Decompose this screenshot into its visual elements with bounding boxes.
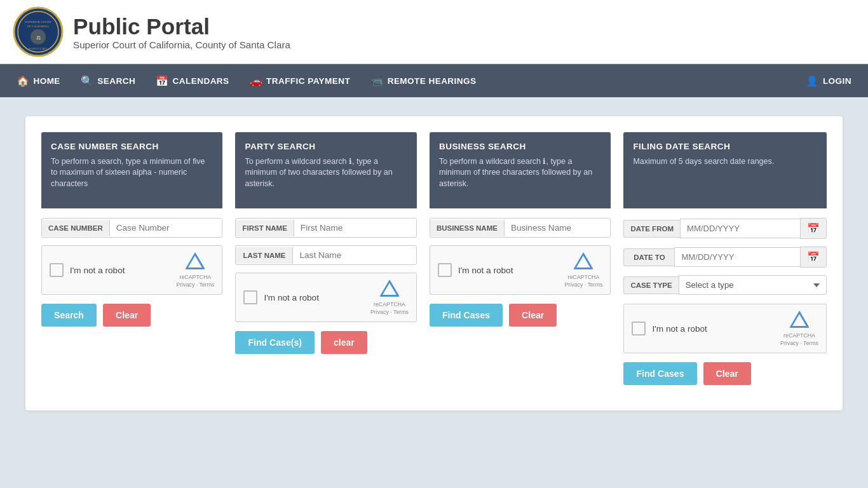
recaptcha-checkbox[interactable]	[50, 263, 64, 277]
party-search-desc: To perform a wildcard search ℹ, type a m…	[245, 156, 407, 189]
business-find-button[interactable]: Find Cases	[430, 304, 503, 327]
business-search-card: BUSINESS SEARCH To perform a wildcard se…	[430, 132, 611, 395]
recaptcha-logo: reCAPTCHA Privacy · Terms	[177, 252, 215, 288]
filing-date-body: DATE FROM 📅 DATE TO 📅 CASE TYPE Select a…	[623, 208, 827, 395]
nav-home-label: HOME	[33, 76, 60, 86]
case-number-header: CASE NUMBER SEARCH To perform a search, …	[41, 132, 222, 208]
case-number-input[interactable]	[110, 219, 222, 237]
date-from-label: DATE FROM	[623, 220, 680, 238]
business-clear-button[interactable]: Clear	[509, 304, 557, 327]
recaptcha-label: I'm not a robot	[70, 266, 170, 275]
portal-subtitle: Superior Court of California, County of …	[73, 39, 290, 50]
last-name-label: LAST NAME	[236, 247, 293, 264]
party-search-body: FIRST NAME LAST NAME I'm not a robot	[235, 208, 416, 363]
case-number-search-button[interactable]: Search	[41, 304, 97, 327]
nav-login[interactable]: 👤 LOGIN	[796, 64, 862, 97]
svg-text:⚖: ⚖	[36, 35, 41, 41]
calendar-icon: 📅	[156, 75, 168, 87]
car-icon: 🚗	[250, 75, 262, 87]
filing-date-desc: Maximum of 5 days search date ranges.	[633, 156, 817, 167]
filing-recaptcha-logo: reCAPTCHA Privacy · Terms	[780, 311, 818, 346]
case-number-clear-button[interactable]: Clear	[103, 304, 151, 327]
nav-search-label: SEARCH	[97, 76, 135, 86]
video-icon: 📹	[370, 75, 383, 87]
first-name-input[interactable]	[294, 219, 416, 237]
party-recaptcha-checkbox[interactable]	[243, 290, 257, 304]
filing-recaptcha-checkbox[interactable]	[632, 322, 646, 336]
business-recaptcha: I'm not a robot reCAPTCHA Privacy · Term…	[430, 245, 611, 295]
date-to-label: DATE TO	[623, 248, 674, 266]
search-grid: CASE NUMBER SEARCH To perform a search, …	[25, 116, 843, 410]
filing-recaptcha-label: I'm not a robot	[652, 324, 774, 334]
case-type-row: CASE TYPE Select a type Civil Criminal F…	[623, 275, 827, 295]
first-name-field-row: FIRST NAME	[235, 218, 416, 238]
business-name-label: BUSINESS NAME	[430, 220, 505, 236]
svg-text:OF CALIFORNIA: OF CALIFORNIA	[27, 25, 50, 28]
date-to-row: DATE TO 📅	[623, 247, 827, 268]
party-search-header: PARTY SEARCH To perform a wildcard searc…	[235, 132, 416, 208]
filing-clear-button[interactable]: Clear	[703, 362, 751, 385]
date-to-input[interactable]	[674, 247, 800, 267]
header: SUPERIOR COURT OF CALIFORNIA ⚖ SANTA CLA…	[0, 0, 868, 64]
case-number-card: CASE NUMBER SEARCH To perform a search, …	[41, 132, 222, 395]
date-to-calendar-button[interactable]: 📅	[800, 247, 827, 268]
case-number-title: CASE NUMBER SEARCH	[51, 142, 213, 151]
nav-hearings[interactable]: 📹 REMOTE HEARINGS	[360, 64, 486, 97]
party-search-card: PARTY SEARCH To perform a wildcard searc…	[235, 132, 416, 395]
filing-date-title: FILING DATE SEARCH	[633, 142, 817, 151]
case-type-label: CASE TYPE	[623, 276, 678, 294]
party-btn-row: Find Case(s) clear	[235, 331, 416, 354]
party-search-title: PARTY SEARCH	[245, 142, 407, 151]
case-number-recaptcha: I'm not a robot reCAPTCHA Privacy · Term…	[41, 245, 222, 295]
date-from-input[interactable]	[680, 219, 800, 238]
business-search-body: BUSINESS NAME I'm not a robot reCAPTCHA …	[430, 208, 611, 336]
party-clear-button[interactable]: clear	[321, 331, 367, 354]
nav-traffic[interactable]: 🚗 TRAFFIC PAYMENT	[240, 64, 361, 97]
svg-text:SUPERIOR COURT: SUPERIOR COURT	[25, 20, 51, 24]
business-name-input[interactable]	[505, 219, 610, 237]
last-name-field-row: LAST NAME	[235, 245, 416, 265]
business-recaptcha-label: I'm not a robot	[458, 266, 559, 275]
search-icon: 🔍	[81, 75, 93, 87]
nav-traffic-label: TRAFFIC PAYMENT	[266, 76, 350, 86]
party-recaptcha: I'm not a robot reCAPTCHA Privacy · Term…	[235, 273, 416, 322]
case-number-desc: To perform a search, type a minimum of f…	[51, 156, 213, 189]
filing-btn-row: Find Cases Clear	[623, 362, 827, 385]
filing-date-card: FILING DATE SEARCH Maximum of 5 days sea…	[623, 132, 827, 395]
case-number-field-row: CASE NUMBER	[41, 218, 222, 238]
nav-calendars[interactable]: 📅 CALENDARS	[146, 64, 239, 97]
party-recaptcha-label: I'm not a robot	[264, 293, 364, 302]
nav-hearings-label: REMOTE HEARINGS	[388, 76, 477, 86]
party-find-button[interactable]: Find Case(s)	[235, 331, 314, 354]
business-search-desc: To perform a wildcard search ℹ, type a m…	[439, 156, 601, 189]
case-number-btn-row: Search Clear	[41, 304, 222, 327]
navigation: 🏠 HOME 🔍 SEARCH 📅 CALENDARS 🚗 TRAFFIC PA…	[0, 64, 868, 97]
nav-home[interactable]: 🏠 HOME	[6, 64, 71, 97]
nav-search[interactable]: 🔍 SEARCH	[71, 64, 146, 97]
date-from-calendar-button[interactable]: 📅	[800, 218, 827, 239]
last-name-input[interactable]	[293, 246, 416, 264]
nav-login-label: LOGIN	[823, 76, 851, 86]
portal-title: Public Portal	[73, 14, 290, 39]
case-number-body: CASE NUMBER I'm not a robot reCAPTCHA Pr…	[41, 208, 222, 336]
case-number-label: CASE NUMBER	[42, 220, 110, 236]
nav-calendars-label: CALENDARS	[173, 76, 229, 86]
case-type-select[interactable]: Select a type Civil Criminal Family Prob…	[679, 275, 827, 295]
filing-recaptcha: I'm not a robot reCAPTCHA Privacy · Term…	[623, 304, 827, 353]
business-name-field-row: BUSINESS NAME	[430, 218, 611, 238]
date-from-row: DATE FROM 📅	[623, 218, 827, 239]
home-icon: 🏠	[17, 75, 29, 87]
business-btn-row: Find Cases Clear	[430, 304, 611, 327]
business-search-title: BUSINESS SEARCH	[439, 142, 601, 151]
main-content: CASE NUMBER SEARCH To perform a search, …	[0, 97, 868, 430]
svg-text:SANTA CLARA: SANTA CLARA	[29, 47, 46, 50]
first-name-label: FIRST NAME	[236, 220, 294, 236]
business-search-header: BUSINESS SEARCH To perform a wildcard se…	[430, 132, 611, 208]
user-icon: 👤	[806, 75, 818, 87]
header-title: Public Portal Superior Court of Californ…	[73, 14, 290, 50]
court-logo: SUPERIOR COURT OF CALIFORNIA ⚖ SANTA CLA…	[13, 6, 64, 57]
filing-date-header: FILING DATE SEARCH Maximum of 5 days sea…	[623, 132, 827, 208]
party-recaptcha-logo: reCAPTCHA Privacy · Terms	[370, 280, 409, 315]
filing-find-button[interactable]: Find Cases	[623, 362, 696, 385]
business-recaptcha-checkbox[interactable]	[438, 263, 452, 277]
